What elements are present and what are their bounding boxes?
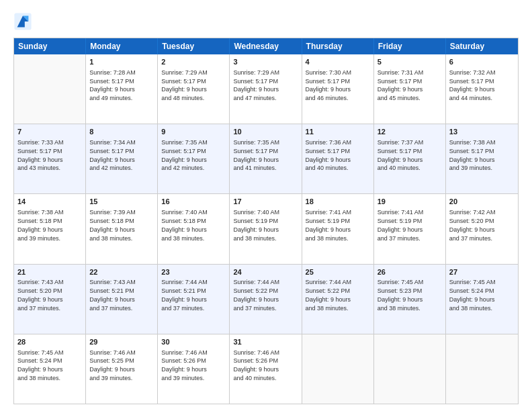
cell-info: Sunrise: 7:41 AMSunset: 5:19 PMDaylight:…: [306, 209, 352, 241]
cell-info: Sunrise: 7:33 AMSunset: 5:17 PMDaylight:…: [17, 139, 64, 171]
day-cell-16: 16Sunrise: 7:40 AMSunset: 5:18 PMDayligh…: [158, 194, 230, 263]
day-header-wednesday: Wednesday: [230, 38, 302, 54]
cell-info: Sunrise: 7:44 AMSunset: 5:22 PMDaylight:…: [306, 279, 352, 311]
day-cell-3: 3Sunrise: 7:29 AMSunset: 5:17 PMDaylight…: [230, 54, 302, 124]
week-row-1: 1Sunrise: 7:28 AMSunset: 5:17 PMDaylight…: [14, 54, 518, 124]
day-cell-20: 20Sunrise: 7:42 AMSunset: 5:20 PMDayligh…: [446, 194, 518, 263]
day-cell-29: 29Sunrise: 7:46 AMSunset: 5:25 PMDayligh…: [86, 334, 158, 404]
day-cell-9: 9Sunrise: 7:35 AMSunset: 5:17 PMDaylight…: [158, 124, 230, 193]
day-cell-5: 5Sunrise: 7:31 AMSunset: 5:17 PMDaylight…: [374, 54, 446, 124]
day-header-monday: Monday: [86, 38, 158, 54]
day-number: 3: [233, 57, 298, 67]
empty-cell: [374, 334, 446, 404]
day-number: 17: [233, 197, 298, 207]
cell-info: Sunrise: 7:44 AMSunset: 5:21 PMDaylight:…: [161, 279, 208, 311]
day-number: 20: [449, 197, 515, 207]
cell-info: Sunrise: 7:38 AMSunset: 5:18 PMDaylight:…: [17, 209, 64, 241]
day-cell-8: 8Sunrise: 7:34 AMSunset: 5:17 PMDaylight…: [86, 124, 158, 193]
day-number: 10: [233, 127, 298, 137]
day-cell-21: 21Sunrise: 7:43 AMSunset: 5:20 PMDayligh…: [14, 265, 86, 334]
day-cell-10: 10Sunrise: 7:35 AMSunset: 5:17 PMDayligh…: [230, 124, 302, 193]
day-number: 23: [161, 267, 226, 277]
day-number: 13: [449, 127, 515, 137]
cell-info: Sunrise: 7:45 AMSunset: 5:24 PMDaylight:…: [17, 349, 64, 381]
day-number: 22: [89, 267, 154, 277]
calendar: SundayMondayTuesdayWednesdayThursdayFrid…: [13, 38, 519, 404]
day-number: 27: [449, 267, 515, 277]
day-number: 9: [161, 127, 226, 137]
day-number: 6: [449, 57, 515, 67]
cell-info: Sunrise: 7:42 AMSunset: 5:20 PMDaylight:…: [449, 209, 496, 241]
day-number: 7: [17, 127, 82, 137]
calendar-body: 1Sunrise: 7:28 AMSunset: 5:17 PMDaylight…: [14, 54, 518, 404]
cell-info: Sunrise: 7:43 AMSunset: 5:20 PMDaylight:…: [17, 279, 64, 311]
cell-info: Sunrise: 7:35 AMSunset: 5:17 PMDaylight:…: [161, 139, 208, 171]
cell-info: Sunrise: 7:35 AMSunset: 5:17 PMDaylight:…: [233, 139, 279, 171]
week-row-2: 7Sunrise: 7:33 AMSunset: 5:17 PMDaylight…: [14, 124, 518, 193]
day-cell-12: 12Sunrise: 7:37 AMSunset: 5:17 PMDayligh…: [374, 124, 446, 193]
cell-info: Sunrise: 7:40 AMSunset: 5:18 PMDaylight:…: [161, 209, 208, 241]
day-cell-13: 13Sunrise: 7:38 AMSunset: 5:17 PMDayligh…: [446, 124, 518, 193]
cell-info: Sunrise: 7:46 AMSunset: 5:26 PMDaylight:…: [161, 349, 208, 381]
cell-info: Sunrise: 7:39 AMSunset: 5:18 PMDaylight:…: [89, 209, 136, 241]
day-number: 21: [17, 267, 82, 277]
day-cell-24: 24Sunrise: 7:44 AMSunset: 5:22 PMDayligh…: [230, 265, 302, 334]
page: SundayMondayTuesdayWednesdayThursdayFrid…: [0, 0, 532, 411]
cell-info: Sunrise: 7:37 AMSunset: 5:17 PMDaylight:…: [378, 139, 424, 171]
day-cell-1: 1Sunrise: 7:28 AMSunset: 5:17 PMDaylight…: [86, 54, 158, 124]
day-number: 12: [378, 127, 442, 137]
day-header-sunday: Sunday: [14, 38, 86, 54]
cell-info: Sunrise: 7:45 AMSunset: 5:24 PMDaylight:…: [449, 279, 496, 311]
day-header-friday: Friday: [374, 38, 446, 54]
cell-info: Sunrise: 7:30 AMSunset: 5:17 PMDaylight:…: [306, 69, 352, 101]
day-number: 30: [161, 337, 226, 347]
cell-info: Sunrise: 7:46 AMSunset: 5:25 PMDaylight:…: [89, 349, 136, 381]
logo-icon: [13, 12, 32, 31]
day-number: 8: [89, 127, 154, 137]
day-cell-30: 30Sunrise: 7:46 AMSunset: 5:26 PMDayligh…: [158, 334, 230, 404]
empty-cell: [302, 334, 374, 404]
day-cell-14: 14Sunrise: 7:38 AMSunset: 5:18 PMDayligh…: [14, 194, 86, 263]
day-cell-23: 23Sunrise: 7:44 AMSunset: 5:21 PMDayligh…: [158, 265, 230, 334]
cell-info: Sunrise: 7:29 AMSunset: 5:17 PMDaylight:…: [161, 69, 208, 101]
day-cell-15: 15Sunrise: 7:39 AMSunset: 5:18 PMDayligh…: [86, 194, 158, 263]
cell-info: Sunrise: 7:41 AMSunset: 5:19 PMDaylight:…: [378, 209, 424, 241]
day-cell-31: 31Sunrise: 7:46 AMSunset: 5:26 PMDayligh…: [230, 334, 302, 404]
day-number: 2: [161, 57, 226, 67]
week-row-5: 28Sunrise: 7:45 AMSunset: 5:24 PMDayligh…: [14, 334, 518, 404]
cell-info: Sunrise: 7:40 AMSunset: 5:19 PMDaylight:…: [233, 209, 279, 241]
day-number: 31: [233, 337, 298, 347]
calendar-header: SundayMondayTuesdayWednesdayThursdayFrid…: [14, 38, 518, 54]
day-cell-7: 7Sunrise: 7:33 AMSunset: 5:17 PMDaylight…: [14, 124, 86, 193]
day-cell-2: 2Sunrise: 7:29 AMSunset: 5:17 PMDaylight…: [158, 54, 230, 124]
day-number: 14: [17, 197, 82, 207]
day-number: 16: [161, 197, 226, 207]
week-row-3: 14Sunrise: 7:38 AMSunset: 5:18 PMDayligh…: [14, 193, 518, 263]
week-row-4: 21Sunrise: 7:43 AMSunset: 5:20 PMDayligh…: [14, 264, 518, 334]
cell-info: Sunrise: 7:46 AMSunset: 5:26 PMDaylight:…: [233, 349, 279, 381]
day-cell-17: 17Sunrise: 7:40 AMSunset: 5:19 PMDayligh…: [230, 194, 302, 263]
cell-info: Sunrise: 7:32 AMSunset: 5:17 PMDaylight:…: [449, 69, 496, 101]
day-number: 24: [233, 267, 298, 277]
cell-info: Sunrise: 7:43 AMSunset: 5:21 PMDaylight:…: [89, 279, 136, 311]
day-cell-26: 26Sunrise: 7:45 AMSunset: 5:23 PMDayligh…: [374, 265, 446, 334]
logo: [13, 12, 36, 31]
day-cell-18: 18Sunrise: 7:41 AMSunset: 5:19 PMDayligh…: [302, 194, 374, 263]
day-cell-4: 4Sunrise: 7:30 AMSunset: 5:17 PMDaylight…: [302, 54, 374, 124]
day-header-tuesday: Tuesday: [158, 38, 230, 54]
day-number: 11: [306, 127, 370, 137]
day-cell-28: 28Sunrise: 7:45 AMSunset: 5:24 PMDayligh…: [14, 334, 86, 404]
day-number: 26: [378, 267, 442, 277]
cell-info: Sunrise: 7:45 AMSunset: 5:23 PMDaylight:…: [378, 279, 424, 311]
cell-info: Sunrise: 7:34 AMSunset: 5:17 PMDaylight:…: [89, 139, 136, 171]
day-cell-11: 11Sunrise: 7:36 AMSunset: 5:17 PMDayligh…: [302, 124, 374, 193]
day-number: 29: [89, 337, 154, 347]
cell-info: Sunrise: 7:38 AMSunset: 5:17 PMDaylight:…: [449, 139, 496, 171]
day-cell-22: 22Sunrise: 7:43 AMSunset: 5:21 PMDayligh…: [86, 265, 158, 334]
day-cell-6: 6Sunrise: 7:32 AMSunset: 5:17 PMDaylight…: [446, 54, 518, 124]
day-number: 18: [306, 197, 370, 207]
day-cell-19: 19Sunrise: 7:41 AMSunset: 5:19 PMDayligh…: [374, 194, 446, 263]
cell-info: Sunrise: 7:36 AMSunset: 5:17 PMDaylight:…: [306, 139, 352, 171]
day-number: 19: [378, 197, 442, 207]
day-header-thursday: Thursday: [302, 38, 374, 54]
